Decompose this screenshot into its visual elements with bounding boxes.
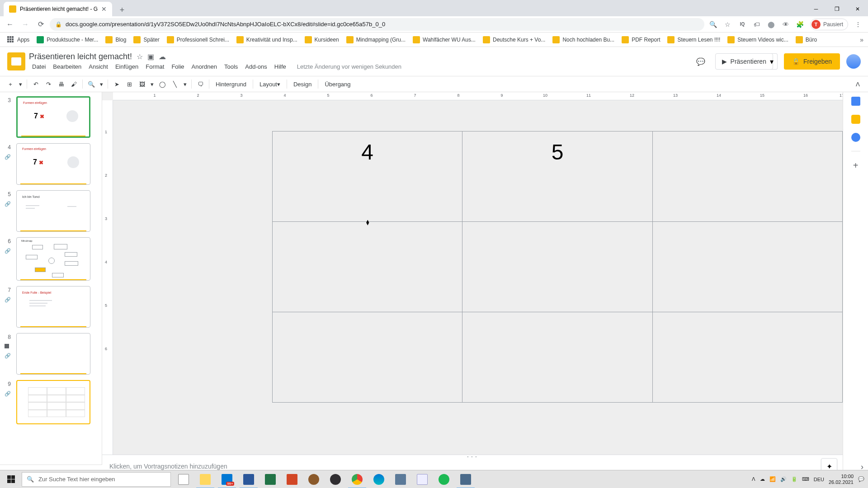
slide-thumbnail-3[interactable]: Formen einfügen 7 ✖ bbox=[16, 96, 90, 138]
cloud-icon[interactable]: ☁ bbox=[159, 52, 166, 61]
transition-button[interactable]: Übergang bbox=[321, 78, 354, 90]
menu-tools[interactable]: Tools bbox=[221, 62, 241, 71]
extension-circle-icon[interactable]: ⬤ bbox=[767, 20, 776, 29]
task-view-button[interactable] bbox=[173, 470, 194, 488]
zoom-button[interactable]: 🔍 bbox=[85, 78, 97, 90]
table-cell[interactable] bbox=[652, 312, 842, 403]
star-icon[interactable]: ☆ bbox=[137, 52, 143, 61]
slide-panel[interactable]: 3 Formen einfügen 7 ✖ 4🔗 Formen einfügen… bbox=[0, 92, 102, 478]
bookmarks-overflow[interactable]: » bbox=[860, 36, 863, 43]
taskbar-app-2[interactable] bbox=[455, 470, 476, 488]
reload-button[interactable]: ⟳ bbox=[34, 18, 47, 31]
bookmark-hochladen[interactable]: Noch hochladen Bu... bbox=[550, 34, 617, 45]
taskbar-spotify[interactable] bbox=[433, 470, 455, 488]
new-slide-dropdown[interactable]: ▾ bbox=[17, 78, 24, 90]
layout-button[interactable]: Layout ▾ bbox=[256, 78, 284, 90]
line-tool[interactable]: ╲ bbox=[169, 78, 181, 90]
keep-addon-icon[interactable] bbox=[851, 115, 860, 124]
table-cell[interactable]: 5 bbox=[462, 131, 652, 222]
paint-format-button[interactable]: 🖌 bbox=[68, 78, 80, 90]
shape-tool[interactable]: ◯ bbox=[156, 78, 168, 90]
line-dropdown[interactable]: ▾ bbox=[182, 78, 189, 90]
move-icon[interactable]: ▣ bbox=[147, 52, 154, 61]
menu-hilfe[interactable]: Hilfe bbox=[271, 62, 289, 71]
taskbar-notepad[interactable] bbox=[411, 470, 433, 488]
undo-button[interactable]: ↶ bbox=[30, 78, 42, 90]
menu-addons[interactable]: Add-ons bbox=[242, 62, 270, 71]
minimize-button[interactable]: ─ bbox=[806, 2, 826, 16]
zoom-icon[interactable]: 🔍 bbox=[709, 20, 718, 29]
forward-button[interactable]: → bbox=[19, 18, 32, 31]
menu-format[interactable]: Format bbox=[142, 62, 167, 71]
menu-einfuegen[interactable]: Einfügen bbox=[112, 62, 142, 71]
slide-canvas[interactable]: 4 5 ▴▾ bbox=[113, 100, 843, 473]
taskbar-mail[interactable]: 99+ bbox=[216, 470, 238, 488]
bookmark-professionell[interactable]: Professionell Schrei... bbox=[164, 34, 232, 45]
document-title[interactable]: Präsentieren leicht gemacht! bbox=[29, 52, 132, 61]
address-bar[interactable]: 🔒 docs.google.com/presentation/d/1yV372S… bbox=[50, 18, 704, 31]
calendar-addon-icon[interactable] bbox=[851, 97, 860, 106]
image-dropdown[interactable]: ▾ bbox=[149, 78, 156, 90]
menu-ansicht[interactable]: Ansicht bbox=[85, 62, 111, 71]
bookmark-mindmapping[interactable]: Mindmapping (Gru... bbox=[344, 34, 408, 45]
extensions-icon[interactable]: 🧩 bbox=[796, 20, 805, 29]
start-button[interactable] bbox=[0, 470, 22, 488]
new-slide-button[interactable]: + bbox=[5, 78, 16, 90]
slide-thumbnail-9[interactable] bbox=[16, 380, 90, 424]
close-tab-icon[interactable]: ✕ bbox=[101, 5, 107, 13]
tray-volume-icon[interactable]: 🔊 bbox=[780, 476, 787, 482]
maximize-button[interactable]: ❐ bbox=[826, 2, 847, 16]
taskbar-obs[interactable] bbox=[325, 470, 346, 488]
profile-chip[interactable]: T Pausiert bbox=[810, 19, 848, 30]
slide-thumbnail-4[interactable]: Formen einfügen 7 ✖ bbox=[16, 143, 90, 185]
table-cell[interactable]: 4 bbox=[273, 131, 462, 222]
bookmark-spaeter[interactable]: Später bbox=[131, 34, 162, 45]
close-window-button[interactable]: ✕ bbox=[847, 2, 868, 16]
bookmark-kreativitaet[interactable]: Kreativität und Insp... bbox=[234, 34, 300, 45]
bookmark-star-icon[interactable]: ☆ bbox=[723, 20, 732, 29]
notes-resize-handle[interactable]: • • • bbox=[102, 455, 843, 458]
browser-tab[interactable]: Präsentieren leicht gemacht! - G ✕ bbox=[4, 2, 112, 16]
collapse-toolbar-button[interactable]: ᐱ bbox=[852, 78, 863, 90]
tray-battery-icon[interactable]: 🔋 bbox=[791, 476, 797, 482]
bookmark-produktsuche[interactable]: Produktsuche - Mer... bbox=[34, 34, 101, 45]
slides-logo[interactable] bbox=[7, 52, 25, 70]
user-avatar[interactable] bbox=[846, 54, 861, 69]
taskbar-excel[interactable] bbox=[259, 470, 281, 488]
tray-onedrive-icon[interactable]: ☁ bbox=[760, 476, 765, 482]
background-button[interactable]: Hintergrund bbox=[212, 78, 250, 90]
bookmark-steuern-lesen[interactable]: Steuern Lesen !!!! bbox=[665, 34, 723, 45]
tray-notifications-icon[interactable]: 💬 bbox=[858, 476, 864, 482]
textbox-tool[interactable]: ⊞ bbox=[123, 78, 135, 90]
table-cell[interactable] bbox=[273, 312, 462, 403]
bookmark-buero[interactable]: Büro bbox=[793, 34, 820, 45]
chrome-menu-icon[interactable]: ⋮ bbox=[854, 20, 863, 29]
redo-button[interactable]: ↷ bbox=[42, 78, 54, 90]
menu-folie[interactable]: Folie bbox=[168, 62, 187, 71]
taskbar-powerpoint[interactable] bbox=[281, 470, 303, 488]
zoom-dropdown[interactable]: ▾ bbox=[98, 78, 105, 90]
slide-thumbnail-5[interactable]: Ich bin Tonci bbox=[16, 190, 90, 232]
table-cell[interactable] bbox=[462, 312, 652, 403]
design-button[interactable]: Design bbox=[290, 78, 315, 90]
slide-thumbnail-8[interactable] bbox=[16, 333, 90, 375]
tray-clock[interactable]: 10:00 26.02.2021 bbox=[829, 474, 854, 485]
menu-anordnen[interactable]: Anordnen bbox=[189, 62, 220, 71]
back-button[interactable]: ← bbox=[4, 18, 16, 31]
taskbar-edge[interactable] bbox=[368, 470, 390, 488]
share-button[interactable]: 🔒 Freigeben bbox=[784, 53, 840, 70]
apps-button[interactable]: Apps bbox=[5, 34, 32, 45]
select-tool[interactable]: ➤ bbox=[111, 78, 123, 90]
table-cell[interactable] bbox=[273, 222, 462, 312]
new-tab-button[interactable]: + bbox=[116, 4, 128, 16]
tasks-addon-icon[interactable] bbox=[851, 133, 860, 142]
print-button[interactable]: 🖶 bbox=[55, 78, 67, 90]
slide-thumbnail-6[interactable]: Mindmap bbox=[16, 237, 90, 281]
last-edit-text[interactable]: Letzte Änderung vor wenigen Sekunden bbox=[294, 62, 405, 71]
table-cell[interactable] bbox=[652, 222, 842, 312]
slide-thumbnail-7[interactable]: Erste Folie - Beispiel bbox=[16, 286, 90, 328]
windows-search[interactable]: 🔍 Zur Suche Text hier eingeben bbox=[22, 472, 171, 487]
tray-input-icon[interactable]: ⌨ bbox=[802, 476, 809, 482]
taskbar-app-brown[interactable] bbox=[303, 470, 325, 488]
table-cell[interactable] bbox=[652, 131, 842, 222]
